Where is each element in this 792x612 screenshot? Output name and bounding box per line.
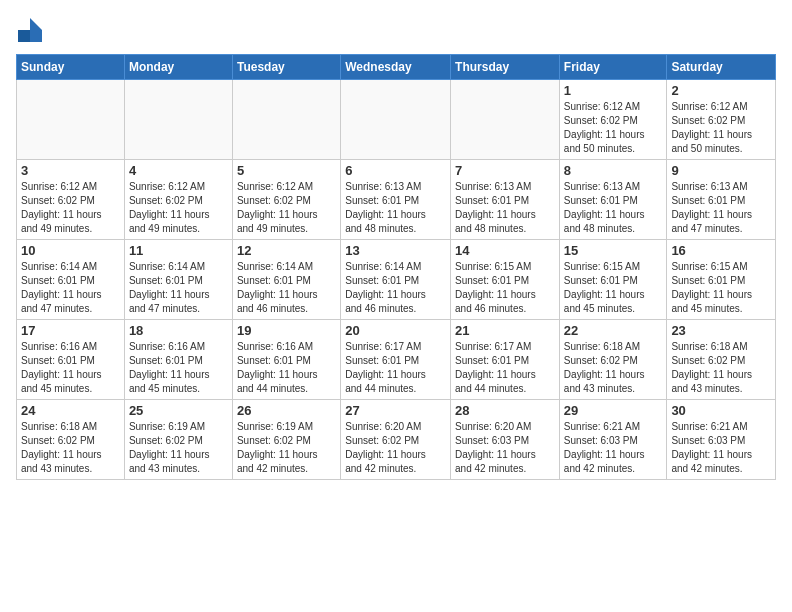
day-info: Sunrise: 6:16 AM Sunset: 6:01 PM Dayligh… bbox=[237, 340, 336, 396]
day-info: Sunrise: 6:18 AM Sunset: 6:02 PM Dayligh… bbox=[21, 420, 120, 476]
day-info: Sunrise: 6:20 AM Sunset: 6:03 PM Dayligh… bbox=[455, 420, 555, 476]
day-info: Sunrise: 6:14 AM Sunset: 6:01 PM Dayligh… bbox=[129, 260, 228, 316]
logo-icon bbox=[16, 16, 44, 44]
day-info: Sunrise: 6:15 AM Sunset: 6:01 PM Dayligh… bbox=[455, 260, 555, 316]
calendar-cell: 13Sunrise: 6:14 AM Sunset: 6:01 PM Dayli… bbox=[341, 240, 451, 320]
day-number: 15 bbox=[564, 243, 663, 258]
day-number: 2 bbox=[671, 83, 771, 98]
day-number: 23 bbox=[671, 323, 771, 338]
week-row-2: 3Sunrise: 6:12 AM Sunset: 6:02 PM Daylig… bbox=[17, 160, 776, 240]
day-info: Sunrise: 6:19 AM Sunset: 6:02 PM Dayligh… bbox=[237, 420, 336, 476]
week-row-5: 24Sunrise: 6:18 AM Sunset: 6:02 PM Dayli… bbox=[17, 400, 776, 480]
day-info: Sunrise: 6:13 AM Sunset: 6:01 PM Dayligh… bbox=[455, 180, 555, 236]
day-info: Sunrise: 6:16 AM Sunset: 6:01 PM Dayligh… bbox=[129, 340, 228, 396]
calendar-cell: 10Sunrise: 6:14 AM Sunset: 6:01 PM Dayli… bbox=[17, 240, 125, 320]
day-number: 3 bbox=[21, 163, 120, 178]
day-number: 21 bbox=[455, 323, 555, 338]
day-number: 6 bbox=[345, 163, 446, 178]
calendar-cell: 5Sunrise: 6:12 AM Sunset: 6:02 PM Daylig… bbox=[232, 160, 340, 240]
weekday-header-thursday: Thursday bbox=[451, 55, 560, 80]
day-number: 9 bbox=[671, 163, 771, 178]
calendar-cell: 25Sunrise: 6:19 AM Sunset: 6:02 PM Dayli… bbox=[124, 400, 232, 480]
calendar-cell: 23Sunrise: 6:18 AM Sunset: 6:02 PM Dayli… bbox=[667, 320, 776, 400]
calendar-cell: 12Sunrise: 6:14 AM Sunset: 6:01 PM Dayli… bbox=[232, 240, 340, 320]
day-number: 7 bbox=[455, 163, 555, 178]
day-info: Sunrise: 6:19 AM Sunset: 6:02 PM Dayligh… bbox=[129, 420, 228, 476]
calendar-cell bbox=[124, 80, 232, 160]
svg-marker-0 bbox=[30, 18, 42, 30]
day-info: Sunrise: 6:12 AM Sunset: 6:02 PM Dayligh… bbox=[237, 180, 336, 236]
calendar-cell: 6Sunrise: 6:13 AM Sunset: 6:01 PM Daylig… bbox=[341, 160, 451, 240]
day-number: 20 bbox=[345, 323, 446, 338]
calendar-table: SundayMondayTuesdayWednesdayThursdayFrid… bbox=[16, 54, 776, 480]
day-number: 10 bbox=[21, 243, 120, 258]
calendar-cell: 14Sunrise: 6:15 AM Sunset: 6:01 PM Dayli… bbox=[451, 240, 560, 320]
day-number: 11 bbox=[129, 243, 228, 258]
calendar-cell: 20Sunrise: 6:17 AM Sunset: 6:01 PM Dayli… bbox=[341, 320, 451, 400]
calendar-cell: 9Sunrise: 6:13 AM Sunset: 6:01 PM Daylig… bbox=[667, 160, 776, 240]
calendar-cell: 30Sunrise: 6:21 AM Sunset: 6:03 PM Dayli… bbox=[667, 400, 776, 480]
page-header bbox=[16, 16, 776, 44]
day-number: 18 bbox=[129, 323, 228, 338]
logo bbox=[16, 16, 48, 44]
calendar-cell bbox=[451, 80, 560, 160]
weekday-header-monday: Monday bbox=[124, 55, 232, 80]
calendar-cell: 15Sunrise: 6:15 AM Sunset: 6:01 PM Dayli… bbox=[559, 240, 667, 320]
day-number: 28 bbox=[455, 403, 555, 418]
day-info: Sunrise: 6:14 AM Sunset: 6:01 PM Dayligh… bbox=[21, 260, 120, 316]
day-info: Sunrise: 6:18 AM Sunset: 6:02 PM Dayligh… bbox=[671, 340, 771, 396]
calendar-cell: 3Sunrise: 6:12 AM Sunset: 6:02 PM Daylig… bbox=[17, 160, 125, 240]
calendar-cell: 26Sunrise: 6:19 AM Sunset: 6:02 PM Dayli… bbox=[232, 400, 340, 480]
calendar-cell: 29Sunrise: 6:21 AM Sunset: 6:03 PM Dayli… bbox=[559, 400, 667, 480]
calendar-cell: 28Sunrise: 6:20 AM Sunset: 6:03 PM Dayli… bbox=[451, 400, 560, 480]
week-row-3: 10Sunrise: 6:14 AM Sunset: 6:01 PM Dayli… bbox=[17, 240, 776, 320]
day-info: Sunrise: 6:15 AM Sunset: 6:01 PM Dayligh… bbox=[564, 260, 663, 316]
calendar-cell: 18Sunrise: 6:16 AM Sunset: 6:01 PM Dayli… bbox=[124, 320, 232, 400]
calendar-cell: 21Sunrise: 6:17 AM Sunset: 6:01 PM Dayli… bbox=[451, 320, 560, 400]
svg-marker-2 bbox=[18, 30, 30, 42]
calendar-cell: 27Sunrise: 6:20 AM Sunset: 6:02 PM Dayli… bbox=[341, 400, 451, 480]
calendar-cell: 11Sunrise: 6:14 AM Sunset: 6:01 PM Dayli… bbox=[124, 240, 232, 320]
day-number: 14 bbox=[455, 243, 555, 258]
calendar-cell bbox=[232, 80, 340, 160]
day-number: 16 bbox=[671, 243, 771, 258]
calendar-cell: 1Sunrise: 6:12 AM Sunset: 6:02 PM Daylig… bbox=[559, 80, 667, 160]
day-info: Sunrise: 6:16 AM Sunset: 6:01 PM Dayligh… bbox=[21, 340, 120, 396]
day-number: 22 bbox=[564, 323, 663, 338]
svg-marker-1 bbox=[30, 30, 42, 42]
day-info: Sunrise: 6:13 AM Sunset: 6:01 PM Dayligh… bbox=[564, 180, 663, 236]
week-row-1: 1Sunrise: 6:12 AM Sunset: 6:02 PM Daylig… bbox=[17, 80, 776, 160]
day-info: Sunrise: 6:12 AM Sunset: 6:02 PM Dayligh… bbox=[671, 100, 771, 156]
day-number: 8 bbox=[564, 163, 663, 178]
day-info: Sunrise: 6:14 AM Sunset: 6:01 PM Dayligh… bbox=[237, 260, 336, 316]
weekday-header-sunday: Sunday bbox=[17, 55, 125, 80]
calendar-cell: 16Sunrise: 6:15 AM Sunset: 6:01 PM Dayli… bbox=[667, 240, 776, 320]
weekday-header-friday: Friday bbox=[559, 55, 667, 80]
day-info: Sunrise: 6:20 AM Sunset: 6:02 PM Dayligh… bbox=[345, 420, 446, 476]
calendar-cell: 22Sunrise: 6:18 AM Sunset: 6:02 PM Dayli… bbox=[559, 320, 667, 400]
calendar-cell: 17Sunrise: 6:16 AM Sunset: 6:01 PM Dayli… bbox=[17, 320, 125, 400]
weekday-header-row: SundayMondayTuesdayWednesdayThursdayFrid… bbox=[17, 55, 776, 80]
day-info: Sunrise: 6:13 AM Sunset: 6:01 PM Dayligh… bbox=[671, 180, 771, 236]
day-number: 4 bbox=[129, 163, 228, 178]
day-info: Sunrise: 6:18 AM Sunset: 6:02 PM Dayligh… bbox=[564, 340, 663, 396]
calendar-cell: 4Sunrise: 6:12 AM Sunset: 6:02 PM Daylig… bbox=[124, 160, 232, 240]
day-info: Sunrise: 6:15 AM Sunset: 6:01 PM Dayligh… bbox=[671, 260, 771, 316]
day-info: Sunrise: 6:12 AM Sunset: 6:02 PM Dayligh… bbox=[129, 180, 228, 236]
day-number: 17 bbox=[21, 323, 120, 338]
day-info: Sunrise: 6:21 AM Sunset: 6:03 PM Dayligh… bbox=[671, 420, 771, 476]
day-number: 13 bbox=[345, 243, 446, 258]
day-info: Sunrise: 6:14 AM Sunset: 6:01 PM Dayligh… bbox=[345, 260, 446, 316]
calendar-cell: 7Sunrise: 6:13 AM Sunset: 6:01 PM Daylig… bbox=[451, 160, 560, 240]
calendar-cell: 24Sunrise: 6:18 AM Sunset: 6:02 PM Dayli… bbox=[17, 400, 125, 480]
day-number: 1 bbox=[564, 83, 663, 98]
day-info: Sunrise: 6:17 AM Sunset: 6:01 PM Dayligh… bbox=[345, 340, 446, 396]
day-number: 24 bbox=[21, 403, 120, 418]
calendar-cell bbox=[17, 80, 125, 160]
day-info: Sunrise: 6:17 AM Sunset: 6:01 PM Dayligh… bbox=[455, 340, 555, 396]
weekday-header-tuesday: Tuesday bbox=[232, 55, 340, 80]
calendar-cell bbox=[341, 80, 451, 160]
weekday-header-saturday: Saturday bbox=[667, 55, 776, 80]
day-info: Sunrise: 6:21 AM Sunset: 6:03 PM Dayligh… bbox=[564, 420, 663, 476]
day-number: 30 bbox=[671, 403, 771, 418]
